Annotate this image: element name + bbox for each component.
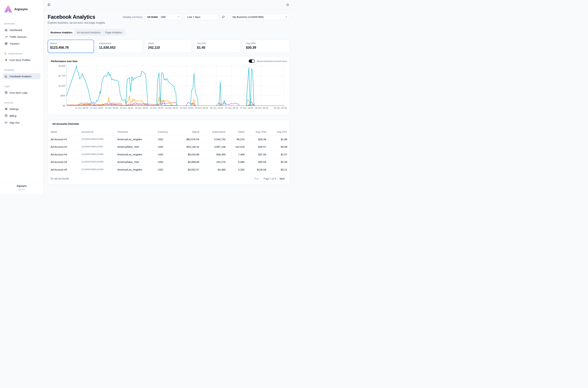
svg-text:$0: $0 xyxy=(63,104,65,107)
svg-text:22 Oct, 18:00: 22 Oct, 18:00 xyxy=(90,107,103,109)
svg-text:$1,800: $1,800 xyxy=(59,85,65,87)
svg-text:23 Oct, 18:00: 23 Oct, 18:00 xyxy=(120,107,133,109)
svg-text:26 Oct, 18:00: 26 Oct, 18:00 xyxy=(210,107,223,109)
svg-text:23 Oct, 06:00: 23 Oct, 06:00 xyxy=(105,107,118,109)
svg-text:$2,700: $2,700 xyxy=(59,74,65,77)
svg-text:$900: $900 xyxy=(60,95,65,97)
svg-text:25 Oct, 06:00: 25 Oct, 06:00 xyxy=(165,107,178,109)
svg-text:28 Oct, 06:00: 28 Oct, 06:00 xyxy=(255,107,268,109)
svg-text:27 Oct, 06:00: 27 Oct, 06:00 xyxy=(225,107,238,109)
svg-text:25 Oct, 18:00: 25 Oct, 18:00 xyxy=(180,107,193,109)
svg-text:$3,600: $3,600 xyxy=(59,65,65,67)
svg-text:29 Oct, 00:00: 29 Oct, 00:00 xyxy=(273,107,287,109)
svg-text:22 Oct, 06:00: 22 Oct, 06:00 xyxy=(75,107,88,109)
svg-text:24 Oct, 18:00: 24 Oct, 18:00 xyxy=(150,107,163,109)
svg-text:27 Oct, 18:00: 27 Oct, 18:00 xyxy=(240,107,253,109)
svg-text:26 Oct, 06:00: 26 Oct, 06:00 xyxy=(195,107,208,109)
svg-text:24 Oct, 06:00: 24 Oct, 06:00 xyxy=(135,107,148,109)
